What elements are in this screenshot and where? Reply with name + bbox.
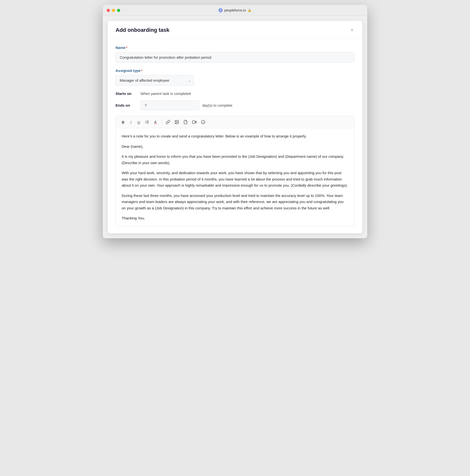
minimize-traffic-light[interactable] bbox=[112, 9, 115, 12]
svg-point-6 bbox=[145, 122, 146, 122]
assigned-type-select-wrapper: Manager of affected employee ⌵ bbox=[116, 75, 194, 85]
ends-on-label: Ends on bbox=[116, 103, 138, 107]
favicon-icon bbox=[218, 8, 222, 12]
assigned-type-label: Assigned type* bbox=[116, 68, 354, 73]
editor-paragraph-3: It is my pleasure and honor to inform yo… bbox=[122, 153, 348, 166]
list-button[interactable] bbox=[143, 119, 151, 125]
assigned-type-required-star: * bbox=[141, 68, 143, 73]
modal-body: Name* Assigned type* Manager of affected… bbox=[108, 39, 362, 233]
video-button[interactable] bbox=[190, 119, 198, 125]
image-button[interactable] bbox=[173, 119, 181, 125]
name-required-star: * bbox=[126, 46, 127, 50]
svg-rect-13 bbox=[192, 121, 195, 123]
svg-point-14 bbox=[201, 120, 205, 124]
svg-text:A: A bbox=[154, 120, 156, 124]
editor-paragraph-6: Thanking You, bbox=[122, 215, 348, 221]
lock-icon: 🔒 bbox=[248, 9, 252, 12]
close-button[interactable]: × bbox=[350, 27, 354, 34]
italic-button[interactable]: i bbox=[127, 119, 134, 125]
editor-content[interactable]: Here's a note for you to create and send… bbox=[116, 128, 354, 226]
underline-button[interactable]: U bbox=[135, 119, 142, 125]
page-url: peopleforce.io bbox=[224, 8, 246, 12]
editor-paragraph-4: With your hard work, sincerity, and dedi… bbox=[122, 170, 348, 188]
file-button[interactable] bbox=[182, 119, 189, 125]
rich-text-editor: B i U bbox=[116, 116, 354, 226]
assigned-type-select[interactable]: Manager of affected employee bbox=[116, 75, 194, 85]
modal-title: Add onboarding task bbox=[116, 27, 169, 33]
toolbar-divider-1 bbox=[162, 119, 162, 124]
name-field-group: Name* bbox=[116, 46, 354, 63]
modal-container: Add onboarding task × Name* Assigned typ… bbox=[108, 21, 362, 233]
editor-paragraph-1: Here's a note for you to create and send… bbox=[122, 133, 348, 139]
title-bar: peopleforce.io 🔒 bbox=[103, 5, 367, 16]
ends-on-suffix: day(s) to complete bbox=[202, 103, 232, 107]
assigned-type-field-group: Assigned type* Manager of affected emplo… bbox=[116, 68, 354, 85]
bold-button[interactable]: B bbox=[120, 119, 127, 125]
name-label: Name* bbox=[116, 46, 354, 50]
editor-paragraph-5: During these last three months, you have… bbox=[122, 192, 348, 211]
editor-paragraph-2: Dear (name), bbox=[122, 143, 348, 150]
starts-on-label: Starts on bbox=[116, 91, 138, 96]
text-color-button[interactable]: A bbox=[152, 119, 160, 125]
emoji-button[interactable] bbox=[199, 119, 207, 125]
svg-marker-12 bbox=[195, 121, 196, 123]
link-button[interactable] bbox=[164, 119, 172, 125]
svg-point-7 bbox=[145, 123, 146, 123]
maximize-traffic-light[interactable] bbox=[117, 9, 120, 12]
starts-on-row: Starts on When parent task is completed bbox=[116, 91, 354, 96]
app-window: peopleforce.io 🔒 Add onboarding task × N… bbox=[103, 5, 367, 238]
ends-on-row: Ends on day(s) to complete bbox=[116, 101, 354, 110]
modal-header: Add onboarding task × bbox=[108, 21, 362, 39]
ends-on-input[interactable] bbox=[141, 101, 199, 110]
svg-point-11 bbox=[176, 121, 176, 121]
traffic-lights bbox=[107, 9, 120, 12]
close-traffic-light[interactable] bbox=[107, 9, 110, 12]
title-bar-content: peopleforce.io 🔒 bbox=[218, 8, 252, 12]
starts-on-value: When parent task is completed bbox=[141, 91, 191, 96]
name-input[interactable] bbox=[116, 52, 354, 63]
svg-point-1 bbox=[220, 10, 221, 11]
svg-point-5 bbox=[145, 120, 146, 121]
editor-toolbar: B i U bbox=[116, 116, 354, 128]
